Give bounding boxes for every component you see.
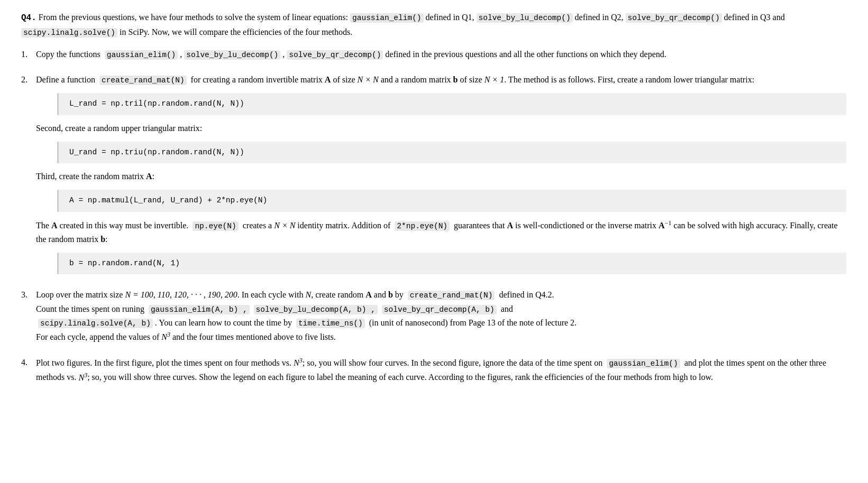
item2-second-label: Second, create a random upper triangular… (36, 122, 846, 135)
method4-loc: in SciPy. Now, we will compare the effic… (120, 27, 352, 36)
item3-code-qr: solve_by_qr_decomp(A, b) (382, 305, 497, 314)
item3-code-g: gaussian_elim(A, b) , (149, 305, 250, 314)
list-item-3: 3. Loop over the matrix size N = 100, 11… (21, 288, 846, 348)
item3-func-rand: create_rand_mat(N) (408, 291, 495, 300)
list-content-1: Copy the functions gaussian_elim() , sol… (36, 48, 846, 66)
item4-code-g: gaussian_elim() (607, 359, 680, 368)
item2-b-final: b (100, 235, 105, 244)
item3-N3: N3 (161, 332, 170, 341)
method2-code: solve_by_lu_decomp() (477, 13, 573, 23)
item2-Ainv: A (659, 221, 665, 230)
item2-A-guarantees: A (507, 221, 513, 230)
item2-size1: N × N (358, 75, 379, 84)
item2-third-label: Third, create the random matrix A: (36, 170, 846, 183)
list-number-1: 1. (21, 48, 36, 61)
item2-intro: Define a function create_rand_mat(N) for… (36, 73, 846, 87)
item2-func: create_rand_mat(N) (99, 76, 187, 85)
question-header: Q4. From the previous questions, we have… (21, 11, 846, 39)
item3-time-ns: time.time_ns() (296, 319, 365, 328)
item2-matA: A (325, 75, 331, 84)
question-list: 1. Copy the functions gaussian_elim() , … (21, 48, 846, 389)
item2-code3: A = np.matmul(L_rand, U_rand) + 2*np.eye… (57, 190, 846, 212)
item2-code2: U_rand = np.triu(np.random.rand(N, N)) (57, 142, 846, 164)
method4-code: scipy.linalg.solve() (21, 28, 117, 38)
item2-code4: b = np.random.rand(N, 1) (57, 253, 846, 275)
list-item-2: 2. Define a function create_rand_mat(N) … (21, 73, 846, 281)
item3-code-scipy: scipy.linalg.solve(A, b) (38, 319, 153, 328)
item1-func2: solve_by_lu_decomp() (184, 50, 280, 60)
item2-inv-exp: −1 (665, 219, 672, 227)
item3-N: N (306, 290, 312, 299)
method1-code: gaussian_elim() (350, 13, 424, 23)
list-number-2: 2. (21, 73, 36, 86)
method1-loc: defined in Q1, (426, 13, 477, 22)
list-content-3: Loop over the matrix size N = 100, 110, … (36, 288, 846, 348)
item4-N3-1: N3 (294, 358, 303, 367)
item1-func1: gaussian_elim() (105, 50, 178, 60)
item4-text: Plot two figures. In the first figure, p… (36, 356, 846, 384)
method3-code: solve_by_qr_decomp() (626, 13, 722, 23)
item2-para1: The A created in this way must be invert… (36, 218, 846, 246)
item2-2npeye: 2*np.eye(N) (395, 221, 450, 231)
item2-code1: L_rand = np.tril(np.random.rand(N, N)) (57, 93, 846, 115)
item2-matb: b (453, 75, 458, 84)
item3-A: A (366, 290, 372, 299)
item2-size2: N × 1 (485, 75, 504, 84)
list-content-2: Define a function create_rand_mat(N) for… (36, 73, 846, 281)
method2-loc: defined in Q2, (575, 13, 626, 22)
item3-b: b (388, 290, 393, 299)
item3-N-eq: N = 100, 110, 120, · · · , 190, 200 (125, 290, 237, 299)
list-number-4: 4. (21, 356, 36, 369)
item2-A-third: A (146, 172, 152, 181)
item4-N3-2: N3 (78, 373, 87, 382)
list-content-4: Plot two figures. In the first figure, p… (36, 356, 846, 388)
question-intro: From the previous questions, we have fou… (39, 13, 350, 22)
item1-text: Copy the functions gaussian_elim() , sol… (36, 48, 846, 61)
question-label: Q4. (21, 13, 36, 23)
item3-text: Loop over the matrix size N = 100, 110, … (36, 288, 846, 343)
list-item-1: 1. Copy the functions gaussian_elim() , … (21, 48, 846, 66)
page-content: Q4. From the previous questions, we have… (21, 11, 846, 388)
method3-loc: defined in Q3 and (724, 13, 785, 22)
item2-npeye: np.eye(N) (193, 221, 238, 231)
item2-identity-size: N × N (274, 221, 295, 230)
list-item-4: 4. Plot two figures. In the first figure… (21, 356, 846, 388)
item1-func3: solve_by_qr_decomp() (287, 50, 383, 60)
item3-code-lu: solve_by_lu_decomp(A, b) , (254, 305, 378, 314)
list-number-3: 3. (21, 288, 36, 301)
item2-A-para: A (51, 221, 58, 230)
